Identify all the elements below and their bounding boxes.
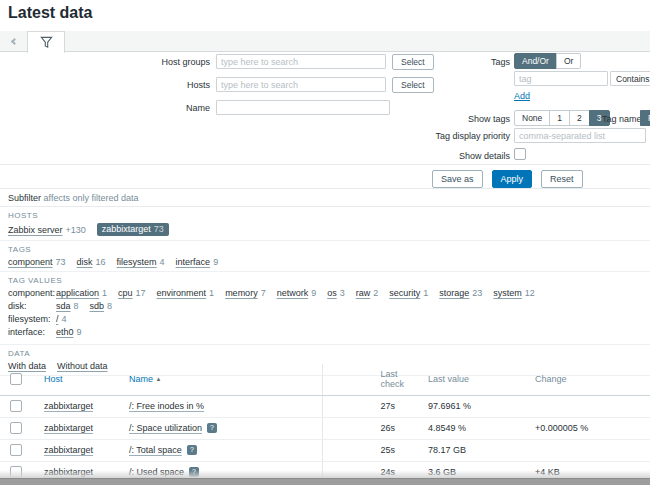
last-check-value: 26s	[322, 418, 420, 440]
filter-buttons: Save as Apply Reset	[432, 170, 583, 188]
subfilter-tag-count: 4	[160, 257, 165, 267]
subfilter-tag-values-header: TAG VALUES	[8, 276, 642, 285]
tag-value-link[interactable]: environment	[157, 288, 207, 298]
add-tag-link[interactable]: Add	[514, 91, 530, 101]
row-checkbox[interactable]	[10, 444, 22, 456]
tag-value-link[interactable]: application	[56, 288, 99, 298]
name-input[interactable]	[216, 100, 390, 115]
tag-name-full[interactable]: Full	[640, 110, 650, 126]
subfilter-host-item: Zabbix server+130	[8, 225, 86, 235]
column-header-change[interactable]: Change	[527, 364, 650, 396]
tag-value-link[interactable]: cpu	[118, 288, 133, 298]
tag-value-link[interactable]: memory	[225, 288, 258, 298]
table-row: zabbixtarget /: Space utilization? 26s 4…	[0, 418, 650, 440]
subfilter-tag-link[interactable]: disk	[77, 257, 93, 267]
latest-data-table: Host Name ▲ Last check Last value Change…	[0, 364, 650, 485]
tag-match-operator-select[interactable]: Contains	[610, 71, 650, 86]
subfilter-host-link[interactable]: zabbixtarget	[102, 224, 151, 234]
tag-value-count: 3	[340, 288, 345, 298]
tag-value-count: 12	[525, 288, 535, 298]
item-name-link[interactable]: /: Space utilization	[129, 423, 202, 433]
tag-value-count: 7	[261, 288, 266, 298]
tag-value-count: 2	[373, 288, 378, 298]
tag-value-count: 8	[74, 301, 79, 311]
last-value: 78.17 GB	[420, 440, 527, 462]
tags-operator-or[interactable]: Or	[556, 53, 581, 69]
save-as-button[interactable]: Save as	[432, 170, 483, 188]
host-link[interactable]: zabbixtarget	[44, 423, 93, 433]
reset-button[interactable]: Reset	[541, 170, 583, 188]
tag-value-link[interactable]: sdb	[90, 301, 105, 311]
host-groups-input[interactable]	[216, 54, 386, 69]
tag-value-link[interactable]: storage	[439, 288, 469, 298]
row-checkbox[interactable]	[10, 400, 22, 412]
name-label: Name	[60, 102, 210, 114]
subfilter-tag-link[interactable]: interface	[176, 257, 211, 267]
row-checkbox[interactable]	[10, 466, 22, 478]
select-all-checkbox[interactable]	[10, 373, 22, 385]
tag-value-group-name: interface:	[8, 327, 56, 337]
tag-value-group-name: component:	[8, 288, 56, 298]
tags-operator-andor[interactable]: And/Or	[514, 53, 557, 69]
tab-filter[interactable]	[27, 31, 65, 53]
tag-value-link[interactable]: eth0	[56, 327, 74, 337]
host-link[interactable]: zabbixtarget	[44, 401, 93, 411]
show-tags-toggle: None 1 2 3	[514, 110, 610, 126]
hosts-select-button[interactable]: Select	[392, 77, 434, 93]
tag-value-link[interactable]: /	[56, 314, 59, 324]
host-link[interactable]: zabbixtarget	[44, 467, 93, 477]
tag-name-input[interactable]	[514, 71, 608, 86]
tag-value-link[interactable]: network	[277, 288, 309, 298]
tag-value-group: interface: eth09	[8, 327, 642, 337]
item-name-link[interactable]: /: Used space	[129, 467, 184, 477]
collapse-filter-button[interactable]	[0, 31, 26, 51]
show-tags-1[interactable]: 1	[549, 110, 570, 126]
filter-tabbar	[0, 31, 650, 52]
tag-value-link[interactable]: os	[327, 288, 337, 298]
help-icon[interactable]: ?	[189, 467, 199, 477]
tag-display-priority-input[interactable]	[514, 128, 646, 143]
subfilter-tag-values-section: TAG VALUES component: application1 cpu17…	[0, 272, 650, 345]
show-details-checkbox[interactable]	[514, 148, 526, 160]
column-header-last-value[interactable]: Last value	[420, 364, 527, 396]
help-icon[interactable]: ?	[207, 423, 217, 433]
tag-value-link[interactable]: system	[493, 288, 522, 298]
tag-value-link[interactable]: sda	[56, 301, 71, 311]
item-name-link[interactable]: /: Free inodes in %	[129, 401, 204, 411]
tag-value-count: 9	[77, 327, 82, 337]
column-header-host[interactable]: Host	[44, 374, 63, 384]
column-header-last-check[interactable]: Last check	[322, 364, 420, 396]
tag-value-group-name: filesystem:	[8, 314, 56, 324]
show-tags-2[interactable]: 2	[569, 110, 590, 126]
tag-value-count: 8	[107, 301, 112, 311]
subfilter-tag-link[interactable]: component	[8, 257, 53, 267]
tag-value-link[interactable]: security	[389, 288, 420, 298]
subfilter-heading: Subfilter affects only filtered data	[0, 188, 650, 207]
row-checkbox[interactable]	[10, 422, 22, 434]
table-row: zabbixtarget /: Free inodes in % 27s 97.…	[0, 396, 650, 418]
host-link[interactable]: zabbixtarget	[44, 445, 93, 455]
horizontal-scrollbar[interactable]	[0, 478, 650, 485]
apply-button[interactable]: Apply	[492, 170, 533, 188]
hosts-label: Hosts	[60, 79, 210, 91]
subfilter-tags-section: TAGS component73 disk16 filesystem4 inte…	[0, 241, 650, 272]
tag-value-group: component: application1 cpu17 environmen…	[8, 288, 642, 298]
last-value: 4.8549 %	[420, 418, 527, 440]
subfilter-host-link[interactable]: Zabbix server	[8, 225, 63, 235]
last-check-value: 27s	[322, 396, 420, 418]
help-icon[interactable]: ?	[187, 445, 197, 455]
hosts-input[interactable]	[216, 77, 386, 92]
subfilter-tag-item: interface9	[176, 257, 219, 267]
subfilter-title: Subfilter	[8, 193, 41, 203]
item-name-link[interactable]: /: Total space	[129, 445, 182, 455]
tag-value-group: filesystem: /4	[8, 314, 642, 324]
show-tags-label: Show tags	[400, 113, 510, 125]
column-header-name[interactable]: Name	[129, 374, 153, 384]
subfilter-tag-link[interactable]: filesystem	[117, 257, 157, 267]
show-tags-none[interactable]: None	[514, 110, 550, 126]
tags-operator-toggle: And/Or Or	[514, 53, 581, 69]
tag-value-group: disk: sda8 sdb8	[8, 301, 642, 311]
filter-funnel-icon	[40, 36, 53, 49]
tag-value-link[interactable]: raw	[356, 288, 371, 298]
subfilter-tag-count: 73	[56, 257, 66, 267]
